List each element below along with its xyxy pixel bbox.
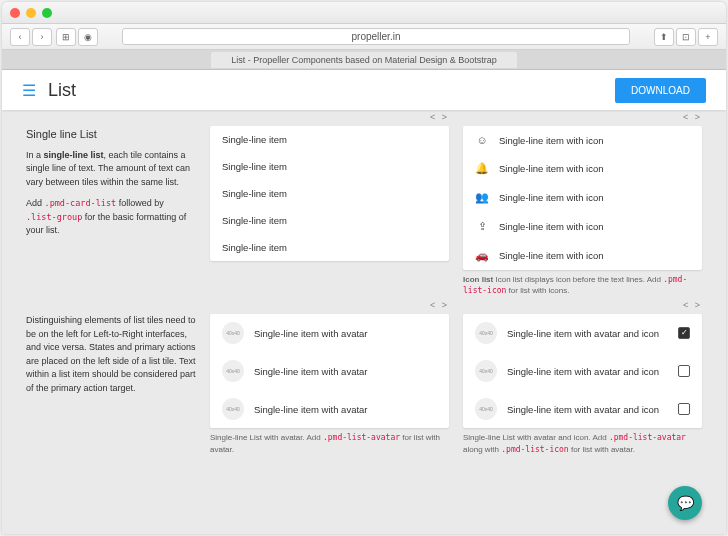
list-item[interactable]: Single-line item — [210, 153, 449, 180]
list-item[interactable]: 🚗Single-line item with icon — [463, 241, 702, 270]
list-item[interactable]: Single-line item — [210, 180, 449, 207]
content: Single line List In a single-line list, … — [2, 110, 726, 471]
icon-list-wrap: < > ☺Single-line item with icon 🔔Single-… — [463, 126, 702, 296]
avatar-list-wrap: < > 40x40Single-line item with avatar 40… — [210, 314, 449, 454]
avatar: 40x40 — [475, 360, 497, 382]
minimize-icon[interactable] — [26, 8, 36, 18]
person-add-icon: 👥 — [475, 191, 489, 204]
checkbox-icon[interactable]: ✓ — [678, 327, 690, 339]
chat-icon: 💬 — [677, 495, 694, 511]
section-description: Single line List In a single-line list, … — [26, 126, 196, 238]
page-title: List — [48, 80, 76, 101]
avatar: 40x40 — [475, 322, 497, 344]
list-item[interactable]: 40x40Single-line item with avatar and ic… — [463, 390, 702, 428]
list-item[interactable]: Single-line item — [210, 126, 449, 153]
avatar: 40x40 — [222, 322, 244, 344]
browser-toolbar: ‹ › ⊞ ◉ propeller.in ⬆ ⊡ + — [2, 24, 726, 50]
list-item[interactable]: 40x40Single-line item with avatar and ic… — [463, 314, 702, 352]
icon-list-card: ☺Single-line item with icon 🔔Single-line… — [463, 126, 702, 270]
section-avatar: Distinguishing elements of list tiles ne… — [26, 314, 702, 454]
sidebar-button[interactable]: ⊞ — [56, 28, 76, 46]
page: ☰ List DOWNLOAD Single line List In a si… — [2, 70, 726, 534]
list-item[interactable]: ☺Single-line item with icon — [463, 126, 702, 154]
desc-text: In a single-line list, each tile contain… — [26, 149, 196, 190]
share-button[interactable]: ⬆ — [654, 28, 674, 46]
tab-bar: List - Propeller Components based on Mat… — [2, 50, 726, 70]
icon-list-caption: Icon list Icon list displays icon before… — [463, 274, 702, 296]
list-item[interactable]: Single-line item — [210, 234, 449, 261]
list-item[interactable]: 40x40Single-line item with avatar — [210, 314, 449, 352]
share-icon: ⇪ — [475, 220, 489, 233]
avatar-list-caption: Single-line List with avatar. Add .pmd-l… — [210, 432, 449, 454]
smile-icon: ☺ — [475, 134, 489, 146]
carousel-nav[interactable]: < > — [683, 112, 702, 122]
avatar: 40x40 — [475, 398, 497, 420]
avatar-icon-list-wrap: < > 40x40Single-line item with avatar an… — [463, 314, 702, 454]
traffic-lights — [10, 8, 52, 18]
list-item[interactable]: 40x40Single-line item with avatar — [210, 390, 449, 428]
avatar-icon-list-caption: Single-line List with avatar and icon. A… — [463, 432, 702, 454]
car-icon: 🚗 — [475, 249, 489, 262]
checkbox-icon[interactable] — [678, 403, 690, 415]
plain-list-wrap: < > Single-line item Single-line item Si… — [210, 126, 449, 261]
tabs-button[interactable]: ⊡ — [676, 28, 696, 46]
carousel-nav[interactable]: < > — [683, 300, 702, 310]
browser-window: ‹ › ⊞ ◉ propeller.in ⬆ ⊡ + List - Propel… — [2, 2, 726, 534]
forward-button[interactable]: › — [32, 28, 52, 46]
desc-text: Distinguishing elements of list tiles ne… — [26, 314, 196, 395]
browser-tab[interactable]: List - Propeller Components based on Mat… — [211, 52, 517, 68]
close-icon[interactable] — [10, 8, 20, 18]
avatar-list-card: 40x40Single-line item with avatar 40x40S… — [210, 314, 449, 428]
list-item[interactable]: 40x40Single-line item with avatar — [210, 352, 449, 390]
checkbox-icon[interactable] — [678, 365, 690, 377]
section-title: Single line List — [26, 126, 196, 143]
desc-text-2: Add .pmd-card-list followed by .list-gro… — [26, 197, 196, 238]
maximize-icon[interactable] — [42, 8, 52, 18]
address-bar[interactable]: propeller.in — [122, 28, 630, 45]
carousel-nav[interactable]: < > — [430, 112, 449, 122]
plain-list-card: Single-line item Single-line item Single… — [210, 126, 449, 261]
avatar-icon-list-card: 40x40Single-line item with avatar and ic… — [463, 314, 702, 428]
back-button[interactable]: ‹ — [10, 28, 30, 46]
page-header: ☰ List DOWNLOAD — [2, 70, 726, 110]
menu-icon[interactable]: ☰ — [22, 81, 36, 100]
titlebar — [2, 2, 726, 24]
reader-button[interactable]: ◉ — [78, 28, 98, 46]
list-item[interactable]: 🔔Single-line item with icon — [463, 154, 702, 183]
carousel-nav[interactable]: < > — [430, 300, 449, 310]
section-description: Distinguishing elements of list tiles ne… — [26, 314, 196, 395]
avatar: 40x40 — [222, 398, 244, 420]
list-item[interactable]: ⇪Single-line item with icon — [463, 212, 702, 241]
chat-fab[interactable]: 💬 — [668, 486, 702, 520]
list-item[interactable]: Single-line item — [210, 207, 449, 234]
new-tab-button[interactable]: + — [698, 28, 718, 46]
list-item[interactable]: 👥Single-line item with icon — [463, 183, 702, 212]
download-button[interactable]: DOWNLOAD — [615, 78, 706, 103]
bell-icon: 🔔 — [475, 162, 489, 175]
avatar: 40x40 — [222, 360, 244, 382]
list-item[interactable]: 40x40Single-line item with avatar and ic… — [463, 352, 702, 390]
section-single-line: Single line List In a single-line list, … — [26, 126, 702, 296]
